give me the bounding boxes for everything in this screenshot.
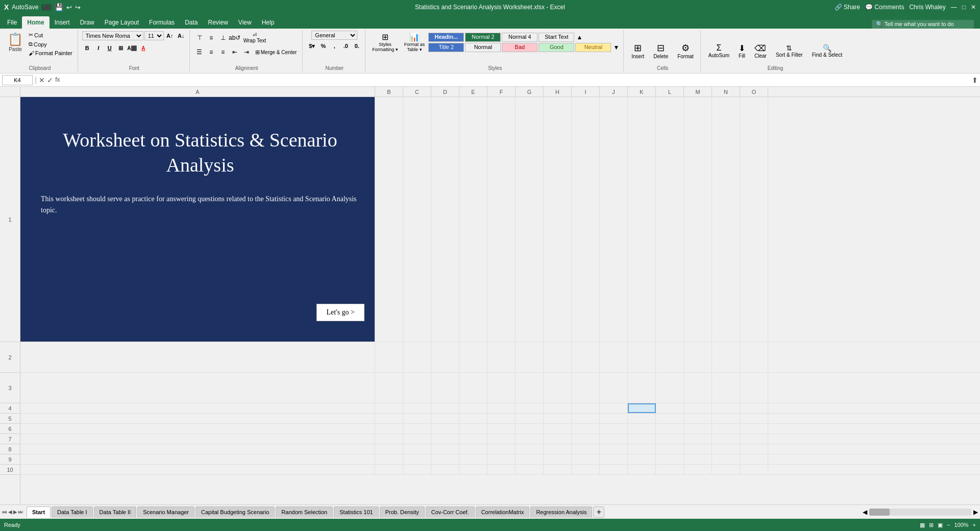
cell-l10[interactable] — [656, 465, 684, 474]
sheet-tab-start[interactable]: Start — [27, 506, 51, 518]
cell-d4[interactable] — [431, 403, 459, 413]
cell-k7[interactable] — [628, 434, 656, 444]
cell-c7[interactable] — [403, 434, 431, 444]
cell-l7[interactable] — [656, 434, 684, 444]
cell-f7[interactable] — [487, 434, 516, 444]
cell-m10[interactable] — [684, 465, 712, 474]
cell-n7[interactable] — [712, 434, 740, 444]
confirm-formula-icon[interactable]: ✓ — [47, 76, 53, 84]
cell-j3[interactable] — [600, 373, 628, 403]
sheet-tab-data-table-1[interactable]: Data Table I — [52, 506, 93, 518]
sheet-tab-prob-density[interactable]: Prob. Density — [380, 506, 425, 518]
cell-o7[interactable] — [740, 434, 768, 444]
cell-o10[interactable] — [740, 465, 768, 474]
col-header-m[interactable]: M — [684, 87, 712, 96]
styles-scroll-down[interactable]: ▼ — [612, 43, 620, 52]
sheet-scroll-first[interactable]: ⏮ — [2, 509, 7, 515]
cell-a7[interactable] — [20, 434, 375, 444]
cell-k1[interactable] — [628, 97, 656, 342]
cell-k9[interactable] — [628, 454, 656, 464]
paste-button[interactable]: 📋 Paste — [5, 31, 26, 57]
cell-g6[interactable] — [516, 424, 544, 433]
cell-i9[interactable] — [572, 454, 600, 464]
comments-btn[interactable]: 💬 Comments — [865, 4, 904, 11]
cell-d6[interactable] — [431, 424, 459, 433]
row-num-10[interactable]: 10 — [0, 465, 20, 475]
font-name-select[interactable]: Times New Roma — [82, 31, 143, 40]
share-btn[interactable]: 🔗 Share — [835, 4, 860, 11]
cell-l2[interactable] — [656, 342, 684, 372]
delete-button[interactable]: ⊟ Delete — [650, 41, 672, 61]
horizontal-scrollbar[interactable] — [869, 509, 971, 516]
cell-k5[interactable] — [628, 414, 656, 423]
undo-icon[interactable]: ↩ — [66, 4, 72, 11]
cell-b9[interactable] — [375, 454, 403, 464]
cell-o6[interactable] — [740, 424, 768, 433]
cell-a10[interactable] — [20, 465, 375, 474]
cell-n4[interactable] — [712, 403, 740, 413]
cell-h4[interactable] — [544, 403, 572, 413]
sheet-tab-statistics-101[interactable]: Statistics 101 — [334, 506, 378, 518]
cell-a2[interactable] — [20, 342, 375, 372]
sheet-scroll-last[interactable]: ⏭ — [18, 509, 23, 515]
col-header-l[interactable]: L — [656, 87, 684, 96]
cell-l9[interactable] — [656, 454, 684, 464]
sheet-tab-capital-budgeting[interactable]: Capital Budgeting Scenario — [195, 506, 275, 518]
bottom-align-btn[interactable]: ⊥ — [217, 33, 229, 43]
cell-n5[interactable] — [712, 414, 740, 423]
cell-j1[interactable] — [600, 97, 628, 342]
cell-m3[interactable] — [684, 373, 712, 403]
cell-a5[interactable] — [20, 414, 375, 423]
wrap-text-button[interactable]: ⏎ Wrap Text — [241, 31, 269, 45]
cell-f4[interactable] — [487, 403, 516, 413]
cell-h9[interactable] — [544, 454, 572, 464]
row-num-6[interactable]: 6 — [0, 424, 20, 434]
font-color-button[interactable]: A — [138, 43, 149, 53]
cell-c9[interactable] — [403, 454, 431, 464]
cell-d7[interactable] — [431, 434, 459, 444]
col-header-n[interactable]: N — [712, 87, 740, 96]
normal4-style[interactable]: Normal 4 — [502, 33, 537, 42]
row-num-1[interactable]: 1 — [0, 97, 20, 342]
cell-f6[interactable] — [487, 424, 516, 433]
cell-c2[interactable] — [403, 342, 431, 372]
sheet-tab-data-table-2[interactable]: Data Table II — [94, 506, 137, 518]
col-header-i[interactable]: I — [572, 87, 600, 96]
center-align-btn[interactable]: ≡ — [206, 47, 217, 57]
insert-function-icon[interactable]: fx — [55, 76, 60, 84]
expand-formula-btn[interactable]: ⬆ — [972, 76, 978, 84]
italic-button[interactable]: I — [93, 43, 104, 53]
col-header-c[interactable]: C — [403, 87, 431, 96]
cell-a6[interactable] — [20, 424, 375, 433]
start-text-style[interactable]: Start Text — [538, 33, 574, 42]
cell-h3[interactable] — [544, 373, 572, 403]
cell-f1[interactable] — [487, 97, 516, 342]
left-align-btn[interactable]: ☰ — [194, 47, 205, 57]
normal-view-btn[interactable]: ▦ — [920, 522, 925, 528]
cell-g7[interactable] — [516, 434, 544, 444]
col-header-f[interactable]: F — [487, 87, 516, 96]
maximize-btn[interactable]: □ — [962, 4, 966, 11]
cell-g9[interactable] — [516, 454, 544, 464]
add-sheet-button[interactable]: + — [593, 506, 604, 518]
cell-e1[interactable] — [459, 97, 487, 342]
sheet-tab-regression-analysis[interactable]: Regression Analysis — [530, 506, 592, 518]
conditional-formatting-button[interactable]: ⊞ Styles Formatting ▾ — [370, 31, 401, 54]
tab-draw[interactable]: Draw — [75, 16, 100, 29]
cell-g5[interactable] — [516, 414, 544, 423]
row-num-2[interactable]: 2 — [0, 342, 20, 373]
cell-h8[interactable] — [544, 444, 572, 454]
cell-i5[interactable] — [572, 414, 600, 423]
cell-c4[interactable] — [403, 403, 431, 413]
cell-i3[interactable] — [572, 373, 600, 403]
cell-k3[interactable] — [628, 373, 656, 403]
cell-a3[interactable] — [20, 373, 375, 403]
cell-o9[interactable] — [740, 454, 768, 464]
insert-button[interactable]: ⊞ Insert — [628, 41, 648, 61]
cell-l5[interactable] — [656, 414, 684, 423]
cell-l3[interactable] — [656, 373, 684, 403]
copy-button[interactable]: ⧉ Copy — [27, 40, 75, 49]
cell-b3[interactable] — [375, 373, 403, 403]
cell-b7[interactable] — [375, 434, 403, 444]
sheet-tab-scenario-manager[interactable]: Scenario Manager — [137, 506, 194, 518]
